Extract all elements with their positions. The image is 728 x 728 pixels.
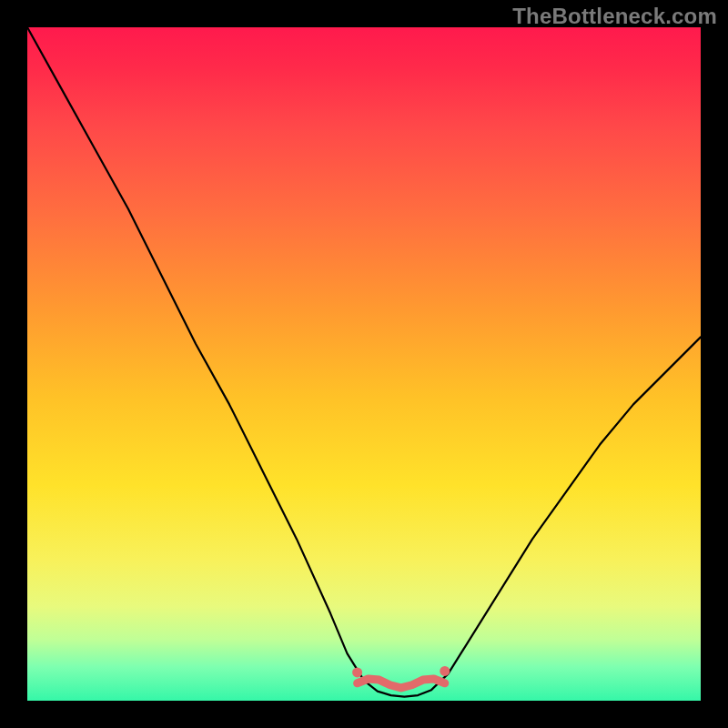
plot-area bbox=[27, 27, 701, 701]
bottom-dot-left bbox=[352, 667, 362, 677]
bottom-dot-right bbox=[440, 666, 450, 676]
bottleneck-curve bbox=[27, 27, 701, 697]
chart-frame: TheBottleneck.com bbox=[0, 0, 728, 728]
watermark-text: TheBottleneck.com bbox=[512, 4, 717, 29]
curve-svg bbox=[27, 27, 701, 701]
